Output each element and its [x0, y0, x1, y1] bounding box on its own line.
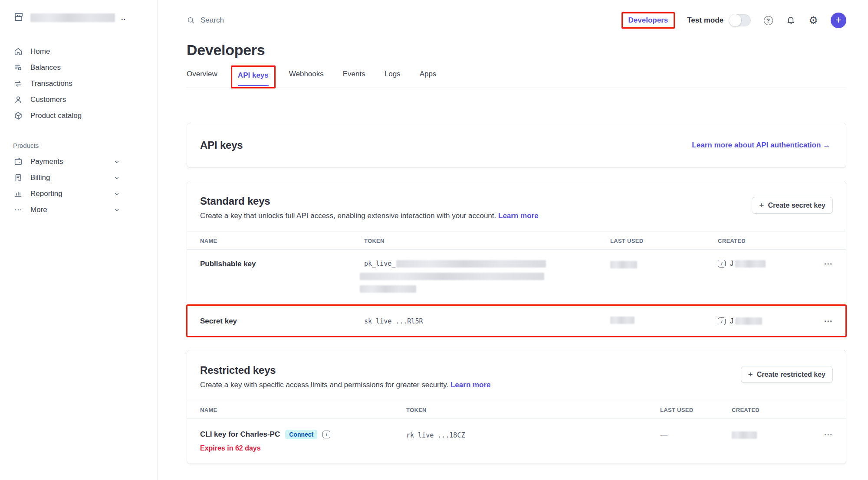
created-prefix: J [730, 260, 733, 268]
restricted-keys-description: Create a key with specific access limits… [200, 381, 491, 389]
tab-events[interactable]: Events [343, 70, 365, 81]
api-keys-card-title: API keys [200, 139, 243, 151]
row-overflow-menu-button[interactable]: ··· [807, 317, 833, 326]
sidebar-section-products: Products [13, 142, 157, 149]
standard-keys-table-header: NAME TOKEN LAST USED CREATED [187, 232, 846, 250]
redacted-token [360, 285, 416, 293]
api-keys-card: API keys Learn more about API authentica… [187, 123, 846, 168]
topbar-right: Developers Test mode ? ⚙︎ + [621, 12, 846, 29]
row-overflow-menu-button[interactable]: ··· [807, 260, 833, 268]
link-label: Learn more about API authentication [692, 141, 821, 149]
standard-keys-description: Create a key that unlocks full API acces… [200, 212, 539, 220]
search-icon [187, 16, 195, 25]
sidebar-item-label: Reporting [30, 189, 62, 198]
api-keys-tab-annotation-box: API keys [231, 65, 276, 88]
tab-overview[interactable]: Overview [187, 70, 217, 81]
developers-link-annotation-box: Developers [621, 12, 675, 29]
create-restricted-key-button[interactable]: + Create restricted key [741, 366, 833, 383]
developers-link[interactable]: Developers [628, 16, 668, 24]
help-icon: ? [764, 16, 773, 25]
arrow-right-icon: → [823, 141, 830, 149]
toggle-knob [729, 14, 741, 26]
sidebar-item-home[interactable]: Home [13, 43, 120, 59]
chevron-down-icon [114, 191, 120, 197]
main-area: Search Developers Test mode ? ⚙︎ + Devel… [158, 0, 868, 480]
gear-icon: ⚙︎ [809, 15, 818, 26]
info-icon[interactable]: i [322, 431, 330, 438]
ellipsis-icon [13, 205, 23, 215]
sidebar-item-product-catalog[interactable]: Product catalog [13, 108, 120, 124]
account-switcher[interactable]: .. [13, 11, 157, 24]
redacted-created-date [735, 260, 766, 268]
created-cell: i J [718, 317, 807, 325]
connect-badge: Connect [285, 430, 317, 439]
token-value[interactable]: pk_live_ [364, 260, 610, 293]
help-button[interactable]: ? [763, 15, 773, 26]
storefront-icon [13, 11, 24, 24]
sidebar: .. Home Balances Transactions Customers … [0, 0, 158, 480]
standard-keys-title: Standard keys [200, 195, 539, 207]
topbar: Search Developers Test mode ? ⚙︎ + [187, 0, 846, 31]
test-mode-control: Test mode [687, 14, 751, 26]
last-used-value: — [660, 430, 732, 439]
info-icon[interactable]: i [718, 317, 726, 325]
chevron-down-icon [114, 175, 120, 181]
restricted-keys-learn-more-link[interactable]: Learn more [450, 381, 491, 389]
standard-keys-header: Standard keys Create a key that unlocks … [187, 181, 846, 232]
test-mode-label: Test mode [687, 16, 723, 25]
table-row-cli-key: CLI key for Charles-PC Connect i Expires… [187, 419, 846, 464]
sidebar-item-label: Balances [30, 63, 61, 72]
test-mode-toggle[interactable] [729, 14, 751, 26]
expires-note: Expires in 62 days [200, 444, 406, 452]
sidebar-item-balances[interactable]: Balances [13, 59, 120, 75]
customers-icon [13, 95, 23, 104]
bell-icon [786, 16, 796, 25]
notifications-button[interactable] [786, 15, 796, 26]
key-name-cell: CLI key for Charles-PC Connect i Expires… [200, 430, 406, 452]
sidebar-item-label: More [30, 206, 47, 214]
restricted-keys-table-header: NAME TOKEN LAST USED CREATED [187, 401, 846, 419]
create-secret-key-button[interactable]: + Create secret key [752, 197, 833, 214]
sidebar-item-customers[interactable]: Customers [13, 91, 120, 108]
tab-api-keys[interactable]: API keys [238, 71, 269, 79]
redacted-token [360, 273, 544, 280]
table-row-publishable-key: Publishable key pk_live_ i J ··· [187, 250, 846, 305]
standard-keys-learn-more-link[interactable]: Learn more [498, 212, 539, 220]
redacted-created-date [732, 431, 757, 439]
column-header-created: CREATED [732, 407, 807, 413]
column-header-created: CREATED [718, 238, 807, 244]
created-prefix: J [730, 317, 733, 325]
info-icon[interactable]: i [718, 260, 726, 268]
tab-webhooks[interactable]: Webhooks [289, 70, 324, 81]
redacted-created-date [735, 317, 762, 325]
transactions-icon [13, 79, 23, 88]
plus-icon: + [759, 201, 764, 209]
row-overflow-menu-button[interactable]: ··· [807, 430, 833, 439]
tab-apps[interactable]: Apps [420, 70, 437, 81]
description-text: Create a key with specific access limits… [200, 381, 448, 389]
created-cell: i J [718, 260, 807, 268]
sidebar-item-payments[interactable]: Payments [13, 153, 120, 170]
sidebar-item-more[interactable]: More [13, 202, 120, 218]
plus-icon: + [835, 15, 842, 25]
chevron-down-icon [114, 159, 120, 165]
page-title: Developers [187, 42, 846, 59]
settings-button[interactable]: ⚙︎ [808, 15, 819, 26]
wallet-icon [13, 157, 23, 167]
app-window: .. Home Balances Transactions Customers … [0, 0, 868, 480]
tab-logs[interactable]: Logs [385, 70, 401, 81]
sidebar-item-billing[interactable]: Billing [13, 170, 120, 186]
column-header-token: TOKEN [364, 238, 610, 244]
sidebar-item-transactions[interactable]: Transactions [13, 75, 120, 91]
token-value[interactable]: rk_live_...18CZ [406, 430, 660, 439]
token-value[interactable]: sk_live_...Rl5R [364, 317, 610, 325]
search-input[interactable]: Search [187, 16, 224, 25]
redacted-last-used [610, 261, 637, 268]
sidebar-item-reporting[interactable]: Reporting [13, 186, 120, 202]
column-header-name: NAME [200, 238, 364, 244]
learn-more-api-authentication-link[interactable]: Learn more about API authentication → [692, 141, 830, 150]
key-name: Secret key [200, 317, 364, 326]
create-button[interactable]: + [831, 13, 846, 28]
key-name: CLI key for Charles-PC [200, 430, 280, 439]
restricted-keys-card: Restricted keys Create a key with specif… [187, 350, 846, 464]
